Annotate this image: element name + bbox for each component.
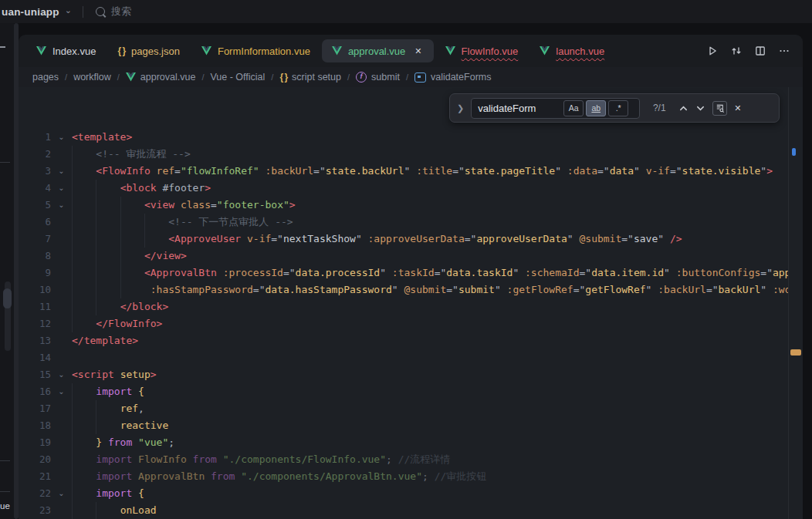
code-line[interactable]: 12 </FlowInfo>	[19, 315, 803, 332]
code-line[interactable]: 2 <!-- 审批流程 -->	[19, 146, 803, 163]
code-text: </view>	[72, 248, 789, 265]
fold-chevron-icon[interactable]: ⌄	[51, 485, 72, 502]
run-button[interactable]	[706, 45, 719, 57]
code-line[interactable]: 11 </block>	[19, 298, 803, 315]
fold-chevron-icon[interactable]: ⌄	[51, 163, 72, 180]
line-number[interactable]: 1	[19, 129, 51, 146]
breadcrumb-item-workflow[interactable]: workflow	[73, 72, 111, 83]
fold-chevron-icon[interactable]: ⌄	[51, 383, 72, 400]
line-number[interactable]: 6	[19, 214, 51, 231]
line-number[interactable]: 14	[19, 349, 51, 366]
line-number[interactable]: 8	[19, 248, 51, 265]
toggle-replace-button[interactable]: ❯	[457, 103, 464, 113]
project-switcher[interactable]: uan-uniapp	[2, 6, 59, 18]
code-line[interactable]: 15⌄<script setup>	[19, 366, 803, 383]
code-line[interactable]: 3⌄ <FlowInfo ref="flowInfoRef" :backUrl=…	[19, 163, 803, 180]
line-number[interactable]: 16	[19, 383, 51, 400]
code-line[interactable]: 8 </view>	[19, 248, 803, 265]
breadcrumb-item-pages[interactable]: pages	[32, 72, 59, 83]
tab-close-button[interactable]: ✕	[413, 45, 423, 57]
editor[interactable]: 1⌄<template>2 <!-- 审批流程 -->3⌄ <FlowInfo …	[19, 87, 803, 519]
tab-FormInformation.vue[interactable]: FormInformation.vue	[191, 39, 320, 62]
breadcrumb-item-approval.vue[interactable]: approval.vue	[126, 72, 196, 83]
more-actions-button[interactable]	[778, 45, 790, 57]
code-line[interactable]: 6 <!-- 下一节点审批人 -->	[19, 214, 803, 231]
line-number[interactable]: 7	[19, 231, 51, 248]
search-button[interactable]: 搜索	[96, 5, 131, 19]
find-in-selection-button[interactable]	[712, 101, 727, 116]
vue-icon	[445, 46, 455, 56]
code-text: <block #footer>	[72, 180, 789, 197]
code-line[interactable]: 23 onLoad	[19, 502, 803, 519]
tab-pages.json[interactable]: { }pages.json	[107, 39, 190, 62]
sidebar-strip[interactable]: ue	[0, 23, 14, 519]
find-previous-button[interactable]	[678, 103, 689, 113]
fold-gutter	[51, 502, 72, 519]
code-line[interactable]: 13</template>	[19, 332, 803, 349]
tab-FlowInfo.vue[interactable]: FlowInfo.vue	[435, 39, 529, 62]
line-number[interactable]: 5	[19, 197, 51, 214]
line-number[interactable]: 4	[19, 180, 51, 197]
line-number[interactable]: 20	[19, 451, 51, 468]
fold-gutter	[51, 400, 72, 417]
line-number[interactable]: 10	[19, 281, 51, 298]
fold-chevron-icon[interactable]: ⌄	[51, 129, 72, 146]
line-number[interactable]: 3	[19, 163, 51, 180]
fold-gutter	[51, 434, 72, 451]
match-case-button[interactable]: Aa	[563, 100, 584, 116]
code-line[interactable]: 21 import ApprovalBtn from "./components…	[19, 468, 803, 485]
line-number[interactable]: 13	[19, 332, 51, 349]
fold-chevron-icon[interactable]: ⌄	[51, 180, 72, 197]
indent-guide	[120, 248, 121, 265]
line-number[interactable]: 9	[19, 265, 51, 281]
line-number[interactable]: 12	[19, 315, 51, 332]
code-line[interactable]: 9 <ApprovalBtn :processId="data.processI…	[19, 265, 803, 281]
tab-Index.vue[interactable]: Index.vue	[26, 39, 106, 62]
code-line[interactable]: 16⌄ import {	[19, 383, 803, 400]
code-line[interactable]: 5⌄ <view class="footer-box">	[19, 197, 803, 214]
split-editor-button[interactable]	[754, 45, 766, 57]
whole-word-button[interactable]: ab	[586, 100, 606, 116]
code-line[interactable]: 4⌄ <block #footer>	[19, 180, 803, 197]
strip-file-label[interactable]: ue	[0, 501, 10, 511]
code-line[interactable]: 7 <ApproveUser v-if="nextTaskShow" :appr…	[19, 231, 803, 248]
code-line[interactable]: 22⌄ import {	[19, 485, 803, 502]
editor-actions	[706, 45, 797, 57]
code-line[interactable]: 19 } from "vue";	[19, 434, 803, 451]
breadcrumb-item-vue---official[interactable]: Vue - Official	[210, 72, 265, 83]
regex-button[interactable]: .*	[608, 100, 628, 116]
line-number[interactable]: 17	[19, 400, 51, 417]
code-line[interactable]: 17 ref,	[19, 400, 803, 417]
ruler-marker	[792, 148, 796, 156]
code-line[interactable]: 20 import FlowInfo from "./components/Fl…	[19, 451, 803, 468]
line-number[interactable]: 2	[19, 146, 51, 163]
code-area[interactable]: 1⌄<template>2 <!-- 审批流程 -->3⌄ <FlowInfo …	[19, 87, 803, 519]
code-line[interactable]: 18 reactive	[19, 417, 803, 434]
tab-approval.vue[interactable]: approval.vue✕	[322, 39, 434, 62]
fold-chevron-icon[interactable]: ⌄	[51, 197, 72, 214]
tab-launch.vue[interactable]: launch.vue	[529, 39, 614, 62]
line-number[interactable]: 19	[19, 434, 51, 451]
line-number[interactable]: 15	[19, 366, 51, 383]
code-line[interactable]: 1⌄<template>	[19, 129, 803, 146]
chevron-down-icon: ⌄	[65, 5, 72, 15]
strip-scroll-thumb[interactable]	[3, 288, 12, 308]
indent-guide	[72, 214, 73, 231]
line-number[interactable]: 23	[19, 502, 51, 519]
code-text: :hasStampPassword="data.hasStampPassword…	[72, 281, 789, 298]
line-number[interactable]: 18	[19, 417, 51, 434]
line-number[interactable]: 21	[19, 468, 51, 485]
overview-ruler[interactable]	[788, 87, 803, 519]
breadcrumb-item-script-setup[interactable]: { }script setup	[279, 72, 341, 83]
breadcrumb-item-validateforms[interactable]: validateForms	[414, 72, 492, 83]
find-close-button[interactable]: ✕	[734, 103, 741, 113]
breadcrumb-item-submit[interactable]: fsubmit	[356, 72, 400, 83]
open-changes-button[interactable]	[730, 45, 743, 57]
fold-chevron-icon[interactable]: ⌄	[51, 366, 72, 383]
line-number[interactable]: 11	[19, 298, 51, 315]
find-next-button[interactable]	[695, 103, 705, 113]
find-input[interactable]	[478, 103, 561, 114]
line-number[interactable]: 22	[19, 485, 51, 502]
code-line[interactable]: 10 :hasStampPassword="data.hasStampPassw…	[19, 281, 803, 298]
code-line[interactable]: 14	[19, 349, 803, 366]
